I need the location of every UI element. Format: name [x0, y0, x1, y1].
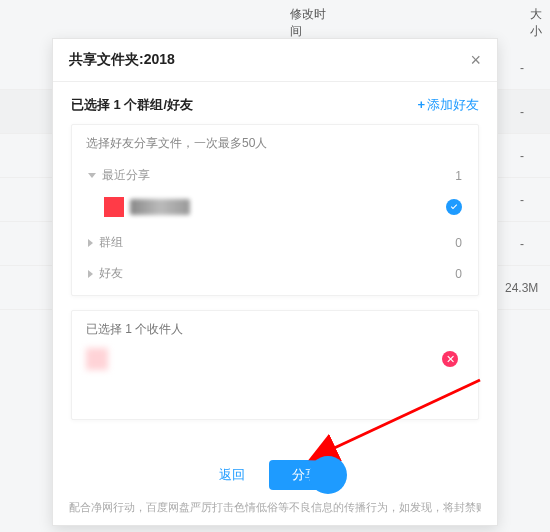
chevron-down-icon: [88, 173, 96, 178]
share-hint: 选择好友分享文件，一次最多50人: [86, 135, 464, 152]
selection-summary: 已选择 1 个群组/好友: [71, 96, 193, 114]
contact-item[interactable]: [86, 191, 464, 227]
modal-footer: 返回 分享 配合净网行动，百度网盘严厉打击色情低俗等不良信息的传播行为，如发现，…: [53, 448, 497, 525]
group-groups[interactable]: 群组 0: [86, 227, 464, 258]
avatar: [104, 197, 124, 217]
modal-header: 共享文件夹:2018 ×: [53, 39, 497, 82]
recipient-avatar-redacted: [86, 348, 108, 370]
recipients-panel: 已选择 1 个收件人 ✕: [71, 310, 479, 420]
col-size: 大小: [530, 6, 550, 40]
share-button[interactable]: 分享: [269, 460, 341, 490]
recipients-title: 已选择 1 个收件人: [86, 321, 464, 338]
selection-summary-bar: 已选择 1 个群组/好友 +添加好友: [53, 82, 497, 124]
share-button-highlight: [309, 456, 347, 494]
chevron-right-icon: [88, 270, 93, 278]
group-friends[interactable]: 好友 0: [86, 258, 464, 289]
share-modal: 共享文件夹:2018 × 已选择 1 个群组/好友 +添加好友 选择好友分享文件…: [52, 38, 498, 526]
contact-name-redacted: [130, 199, 190, 215]
remove-recipient-icon[interactable]: ✕: [442, 351, 458, 367]
checked-icon[interactable]: [446, 199, 462, 215]
modal-title: 共享文件夹:2018: [69, 51, 175, 69]
recipient-item: ✕: [86, 348, 464, 370]
back-button[interactable]: 返回: [209, 458, 255, 492]
disclaimer-text: 配合净网行动，百度网盘严厉打击色情低俗等不良信息的传播行为，如发现，将封禁账..…: [69, 500, 481, 515]
contact-panel: 选择好友分享文件，一次最多50人 最近分享 1 群组 0 好友 0: [71, 124, 479, 296]
chevron-right-icon: [88, 239, 93, 247]
col-modified-time: 修改时间: [290, 6, 330, 40]
close-icon[interactable]: ×: [470, 51, 481, 69]
add-friend-link[interactable]: +添加好友: [417, 96, 479, 114]
group-recent-share[interactable]: 最近分享 1: [86, 160, 464, 191]
plus-icon: +: [417, 97, 425, 112]
